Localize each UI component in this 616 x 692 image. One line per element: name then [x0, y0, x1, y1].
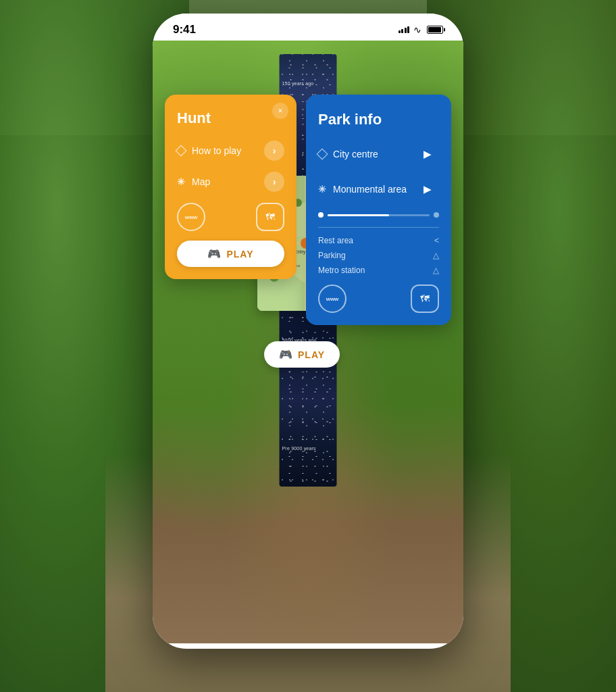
progress-bar: [318, 212, 439, 218]
rest-area-icon: <: [434, 236, 439, 245]
map-arrow[interactable]: ›: [264, 172, 284, 192]
close-icon: ×: [278, 106, 282, 116]
park-parking-item: Parking △: [318, 251, 439, 260]
diamond-icon-1: [176, 145, 187, 157]
phone-inner: 150 years ago 3000 years ago 5000 years …: [153, 41, 463, 643]
park-city-centre-item: City centre ▶: [318, 142, 439, 166]
park-menu-left-1: City centre: [318, 149, 378, 159]
park-menu-label-2: Monumental area: [333, 184, 407, 195]
signal-bar-3: [405, 28, 407, 33]
park-map-icon: 🗺: [420, 293, 430, 304]
hunt-play-button[interactable]: 🎮 PLAY: [177, 241, 284, 267]
park-panel-bottom: www 🗺: [318, 285, 439, 313]
close-button[interactable]: ×: [272, 103, 288, 119]
park-rest-area-item: Rest area <: [318, 236, 439, 245]
signal-bar-2: [401, 29, 403, 33]
hunt-title: Hunt: [177, 109, 284, 127]
monumental-arrow[interactable]: ▶: [415, 177, 439, 201]
banner-text-4: Pre 9000 years: [282, 446, 316, 451]
hunt-map-button[interactable]: 🗺: [256, 203, 284, 231]
city-centre-arrow[interactable]: ▶: [415, 142, 439, 166]
park-map-button[interactable]: 🗺: [411, 285, 439, 313]
hunt-www-label: www: [185, 214, 198, 220]
status-time: 9:41: [173, 23, 196, 36]
hunt-menu-label-1: How to play: [192, 145, 241, 156]
signal-bar-4: [407, 26, 409, 33]
gamepad-icon-2: 🎮: [279, 348, 292, 361]
parking-icon: △: [433, 251, 439, 260]
asterisk-icon-2: ✳: [318, 184, 326, 195]
park-list-label-3: Metro station: [318, 266, 365, 275]
asterisk-icon-1: ✳: [177, 176, 185, 187]
hunt-how-to-play-item: How to play ›: [177, 141, 284, 161]
progress-dot-2: [434, 212, 439, 218]
status-bar: 9:41 ∿: [153, 14, 463, 41]
park-www-label: www: [326, 296, 339, 302]
floating-play-button[interactable]: 🎮 PLAY: [264, 341, 340, 368]
park-metro-item: Metro station △: [318, 266, 439, 275]
park-monumental-item: ✳ Monumental area ▶: [318, 177, 439, 201]
park-menu-left-2: ✳ Monumental area: [318, 184, 407, 195]
hunt-play-label: PLAY: [226, 249, 253, 260]
hunt-map-item: ✳ Map ›: [177, 172, 284, 192]
separator: [318, 227, 439, 228]
floating-play-label: PLAY: [298, 349, 325, 360]
hunt-menu-left-2: ✳ Map: [177, 176, 210, 187]
status-icons: ∿: [399, 24, 444, 35]
arrow-right-icon-1: ›: [273, 145, 276, 156]
arrow-right-icon-4: ▶: [424, 184, 431, 195]
phone-frame: 9:41 ∿ 150 years ago 3000 years ago 5000…: [153, 14, 463, 649]
battery-icon: [427, 26, 443, 34]
metro-icon: △: [433, 266, 439, 275]
park-www-button[interactable]: www: [318, 285, 346, 313]
battery-fill: [428, 27, 441, 32]
diamond-icon-2: [317, 149, 328, 160]
arrow-right-icon-3: ▶: [424, 149, 431, 159]
park-panel: Park info City centre ▶ ✳ Monumental are…: [306, 95, 451, 325]
hunt-panel-bottom: www 🗺: [177, 203, 284, 231]
how-to-play-arrow[interactable]: ›: [264, 141, 284, 161]
progress-dot-1: [318, 212, 324, 218]
wifi-icon: ∿: [413, 24, 421, 35]
hunt-menu-label-2: Map: [192, 176, 210, 187]
gamepad-icon-1: 🎮: [207, 247, 221, 260]
progress-line: [328, 214, 430, 216]
progress-fill: [328, 214, 389, 216]
signal-icon: [399, 26, 410, 33]
park-list-label-1: Rest area: [318, 236, 353, 245]
arrow-right-icon-2: ›: [273, 176, 276, 187]
park-title: Park info: [318, 111, 439, 128]
park-list-label-2: Parking: [318, 251, 346, 260]
banner-text-1: 150 years ago: [282, 81, 314, 86]
hunt-www-button[interactable]: www: [177, 203, 205, 231]
hunt-panel: × Hunt How to play › ✳ Map: [165, 95, 297, 279]
signal-bar-1: [399, 30, 401, 33]
hunt-map-icon: 🗺: [265, 212, 275, 222]
hunt-menu-left-1: How to play: [177, 145, 241, 156]
park-menu-label-1: City centre: [333, 149, 378, 159]
